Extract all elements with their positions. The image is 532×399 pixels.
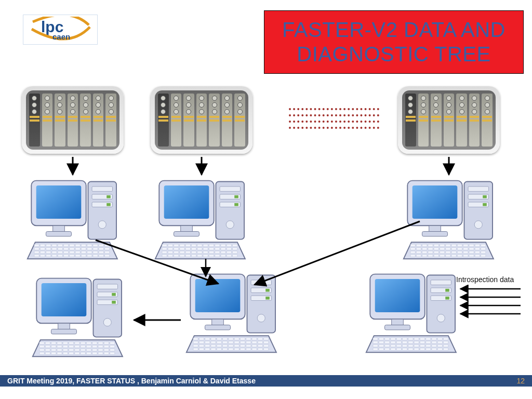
computer-icon [365, 271, 463, 354]
svg-rect-172 [463, 251, 468, 254]
computer-node [26, 178, 125, 261]
computer-node [185, 271, 284, 354]
svg-rect-204 [63, 342, 68, 344]
svg-rect-316 [431, 280, 451, 285]
svg-rect-12 [40, 244, 45, 247]
svg-rect-264 [199, 338, 204, 340]
svg-rect-260 [195, 279, 241, 312]
svg-rect-265 [205, 338, 210, 340]
crate-slot [93, 94, 104, 147]
svg-rect-8 [36, 185, 82, 219]
svg-rect-45 [81, 251, 86, 254]
svg-rect-87 [162, 248, 167, 250]
svg-rect-240 [45, 352, 50, 355]
svg-rect-270 [234, 338, 239, 340]
svg-rect-346 [414, 341, 419, 344]
svg-rect-349 [432, 341, 436, 344]
svg-rect-277 [199, 341, 204, 344]
svg-rect-124 [227, 255, 231, 257]
svg-rect-55 [63, 255, 68, 257]
svg-rect-355 [391, 344, 395, 347]
svg-rect-257 [265, 297, 270, 300]
crate-slot [209, 94, 220, 147]
svg-rect-53 [52, 255, 57, 257]
svg-rect-3 [107, 195, 111, 198]
svg-rect-307 [222, 348, 227, 351]
svg-rect-92 [191, 248, 196, 250]
svg-rect-298 [246, 344, 251, 347]
svg-rect-243 [63, 352, 68, 355]
svg-rect-353 [379, 344, 383, 347]
svg-rect-369 [396, 348, 401, 351]
svg-rect-16 [63, 244, 68, 247]
svg-rect-146 [463, 244, 468, 247]
svg-rect-38 [40, 251, 45, 254]
crate-slot [418, 94, 429, 147]
svg-rect-32 [81, 248, 86, 250]
svg-rect-242 [57, 352, 62, 355]
svg-rect-131 [483, 203, 487, 206]
svg-rect-72 [181, 225, 193, 231]
svg-rect-104 [185, 251, 190, 254]
hardware-crate [398, 86, 500, 154]
svg-rect-83 [215, 244, 220, 247]
svg-rect-234 [86, 349, 91, 351]
svg-rect-68 [234, 203, 238, 206]
svg-rect-180 [434, 255, 438, 257]
svg-rect-173 [469, 251, 474, 254]
svg-rect-268 [222, 338, 227, 340]
svg-rect-141 [434, 244, 438, 247]
svg-rect-40 [52, 251, 57, 254]
svg-rect-351 [443, 341, 448, 344]
svg-rect-42 [63, 251, 68, 254]
svg-rect-44 [75, 251, 80, 254]
svg-point-132 [474, 221, 482, 229]
svg-rect-267 [217, 338, 221, 340]
svg-rect-118 [191, 255, 196, 257]
svg-rect-363 [437, 344, 442, 347]
svg-rect-376 [437, 348, 442, 351]
svg-rect-113 [162, 255, 167, 257]
svg-rect-356 [396, 344, 401, 347]
crate-slot [105, 94, 116, 147]
crate-inner [26, 90, 119, 150]
svg-rect-46 [87, 251, 92, 254]
svg-point-6 [98, 221, 106, 229]
svg-rect-334 [420, 338, 424, 340]
svg-rect-21 [93, 244, 98, 247]
svg-rect-160 [469, 248, 474, 250]
svg-rect-177 [416, 255, 421, 257]
svg-rect-138 [416, 244, 421, 247]
svg-rect-297 [240, 344, 245, 347]
svg-rect-50 [34, 255, 39, 257]
svg-rect-56 [70, 255, 74, 257]
ellipsis-indicator [289, 108, 379, 129]
svg-rect-197 [42, 283, 87, 316]
svg-rect-91 [185, 248, 190, 250]
svg-rect-275 [263, 338, 268, 340]
svg-rect-99 [232, 248, 237, 250]
svg-rect-140 [428, 244, 433, 247]
svg-rect-134 [413, 185, 458, 219]
svg-rect-232 [75, 349, 79, 351]
svg-rect-304 [205, 348, 210, 351]
crate-slot [68, 94, 78, 147]
svg-rect-185 [463, 255, 468, 257]
svg-rect-362 [432, 344, 436, 347]
svg-rect-342 [391, 341, 395, 344]
svg-rect-43 [70, 251, 74, 254]
ellipsis-row [289, 114, 379, 116]
crate-slot [29, 94, 40, 147]
svg-rect-263 [193, 338, 198, 340]
svg-rect-212 [110, 342, 114, 344]
svg-rect-279 [211, 341, 216, 344]
svg-rect-312 [252, 348, 257, 351]
crate-slot [405, 94, 416, 147]
svg-rect-289 [193, 344, 198, 347]
svg-rect-101 [168, 251, 172, 254]
svg-rect-340 [379, 341, 383, 344]
computer-node [365, 271, 463, 354]
svg-rect-119 [197, 255, 202, 257]
svg-rect-41 [58, 251, 62, 254]
svg-rect-249 [98, 352, 103, 355]
